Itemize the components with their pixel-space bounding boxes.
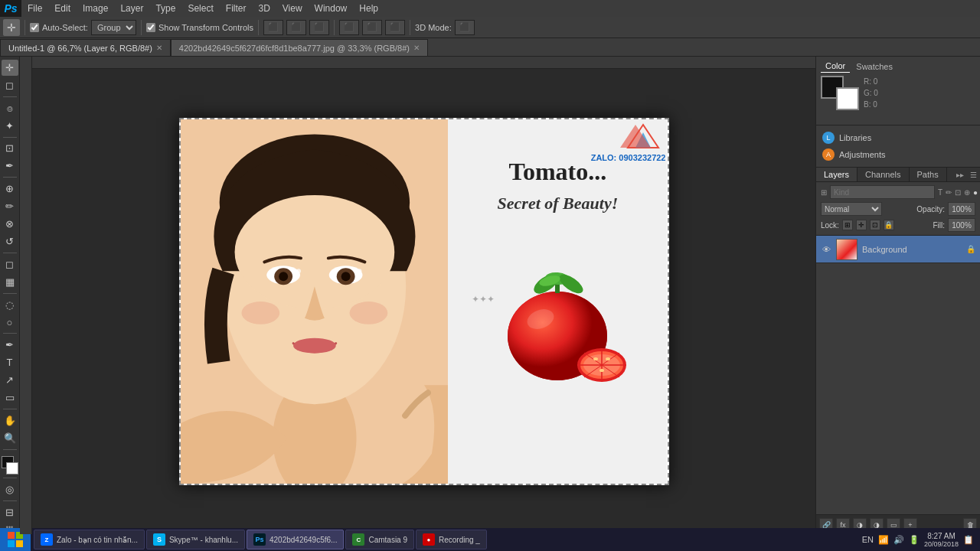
menu-3d[interactable]: 3D bbox=[252, 0, 276, 17]
shape-tool[interactable]: ▭ bbox=[2, 390, 18, 406]
patch-tool[interactable]: ⊕ bbox=[2, 181, 18, 197]
layers-tab[interactable]: Layers bbox=[816, 168, 858, 181]
zoom-tool[interactable]: 🔍 bbox=[2, 430, 18, 446]
menu-edit[interactable]: Edit bbox=[48, 0, 77, 17]
align-hcenter-btn[interactable]: ⬛ bbox=[362, 20, 382, 35]
lasso-tool[interactable]: ⌾ bbox=[2, 100, 18, 116]
menu-select[interactable]: Select bbox=[181, 0, 219, 17]
lock-pixel-icon[interactable]: ⊞ bbox=[842, 220, 853, 230]
move-tool-icon[interactable]: ✛ bbox=[3, 19, 20, 36]
adjustments-item[interactable]: A Adjustments bbox=[822, 148, 974, 161]
menu-layer[interactable]: Layer bbox=[114, 0, 149, 17]
zalo-contact: ZALO: 0903232722 bbox=[591, 153, 666, 162]
skype-taskbar-icon: S bbox=[153, 533, 165, 546]
taskbar-zalo[interactable]: Z Zalo - bạn có tin nhắn... bbox=[34, 530, 145, 549]
move-tool[interactable]: ✛ bbox=[2, 60, 18, 76]
fill-input[interactable] bbox=[948, 218, 975, 232]
align-vcenter-btn[interactable]: ⬛ bbox=[286, 20, 306, 35]
blur-tool[interactable]: ◌ bbox=[2, 297, 18, 313]
3d-mode-btn[interactable]: ⬛ bbox=[455, 20, 475, 35]
auto-select-checkbox[interactable] bbox=[30, 23, 39, 32]
menu-help[interactable]: Help bbox=[353, 0, 384, 17]
tab-4202[interactable]: 4202bd42649c5f627d6fcf8d1be8a777.jpg @ 3… bbox=[171, 39, 428, 56]
path-select-tool[interactable]: ↗ bbox=[2, 372, 18, 388]
time-text: 8:27 AM bbox=[924, 532, 959, 540]
volume-icon[interactable]: 🔊 bbox=[893, 535, 904, 545]
taskbar-skype[interactable]: S Skype™ - khanhlu... bbox=[146, 530, 245, 549]
swatches-tab[interactable]: Swatches bbox=[851, 60, 897, 73]
svg-point-11 bbox=[293, 338, 336, 354]
sep5 bbox=[410, 20, 410, 35]
clock-display[interactable]: 8:27 AM 20/09/2018 bbox=[924, 532, 959, 548]
canvas-wrapper[interactable]: Tomato... Secret of Beauty! bbox=[179, 118, 669, 485]
brush-tool[interactable]: ✏ bbox=[2, 198, 18, 214]
svg-rect-38 bbox=[8, 532, 15, 539]
taskbar-recording[interactable]: ● Recording _ bbox=[416, 530, 487, 549]
color-selector[interactable] bbox=[2, 456, 18, 475]
eyedropper-tool[interactable]: ✒ bbox=[2, 158, 18, 174]
clone-tool[interactable]: ⊗ bbox=[2, 216, 18, 232]
tab-close-2[interactable]: ✕ bbox=[413, 40, 420, 57]
svg-point-32 bbox=[606, 357, 610, 360]
show-transform-label: Show Transform Controls bbox=[158, 23, 253, 32]
blend-mode-dropdown[interactable]: Normal Multiply Screen Overlay bbox=[821, 202, 882, 216]
type-tool[interactable]: T bbox=[2, 354, 18, 370]
tool-sep-5 bbox=[3, 293, 17, 294]
lock-artboard-icon[interactable]: ⊡ bbox=[870, 220, 880, 230]
face-svg bbox=[181, 119, 449, 484]
align-bottom-btn[interactable]: ⬛ bbox=[309, 20, 329, 35]
lock-all-icon[interactable]: 🔒 bbox=[884, 220, 894, 230]
paths-tab[interactable]: Paths bbox=[910, 168, 947, 181]
layer-search-input[interactable] bbox=[830, 185, 935, 199]
auto-select-label: Auto-Select: bbox=[42, 23, 88, 32]
channels-tab[interactable]: Channels bbox=[858, 168, 909, 181]
align-left-btn[interactable]: ⬛ bbox=[339, 20, 359, 35]
color-section: Color Swatches R: 0 G: 0 B: 0 bbox=[816, 57, 980, 126]
screen-mode-tool[interactable]: ⊟ bbox=[2, 504, 18, 520]
gradient-tool[interactable]: ▦ bbox=[2, 274, 18, 290]
menu-image[interactable]: Image bbox=[77, 0, 114, 17]
pen-tool[interactable]: ✒ bbox=[2, 337, 18, 353]
layer-search-icon2[interactable]: ✏ bbox=[946, 188, 952, 197]
face-photo bbox=[181, 119, 449, 484]
canvas-area[interactable]: Tomato... Secret of Beauty! bbox=[20, 57, 815, 534]
menu-type[interactable]: Type bbox=[149, 0, 181, 17]
layer-search-icon3[interactable]: ⊡ bbox=[955, 188, 961, 197]
show-transform-checkbox[interactable] bbox=[146, 23, 155, 32]
fg-bg-colors[interactable] bbox=[821, 76, 859, 110]
taskbar-ps[interactable]: Ps 4202bd42649c5f6... bbox=[247, 530, 344, 549]
menu-window[interactable]: Window bbox=[309, 0, 354, 17]
layer-search-icon4[interactable]: ⊕ bbox=[964, 188, 970, 197]
expand-icon[interactable]: ▸▸ bbox=[953, 171, 967, 179]
align-right-btn[interactable]: ⬛ bbox=[385, 20, 405, 35]
layer-search-type-icon[interactable]: T bbox=[938, 188, 942, 197]
date-text: 20/09/2018 bbox=[924, 540, 959, 548]
dodge-tool[interactable]: ○ bbox=[2, 315, 18, 331]
tab-close-1[interactable]: ✕ bbox=[156, 40, 162, 57]
lang-indicator[interactable]: EN bbox=[862, 535, 874, 544]
eraser-tool[interactable]: ◻ bbox=[2, 256, 18, 272]
history-brush-tool[interactable]: ↺ bbox=[2, 233, 18, 249]
menu-filter[interactable]: Filter bbox=[220, 0, 253, 17]
auto-select-dropdown[interactable]: Group Layer bbox=[91, 20, 136, 35]
layer-background[interactable]: 👁 Background 🔒 bbox=[816, 236, 980, 263]
layer-visibility-icon[interactable]: 👁 bbox=[821, 244, 831, 255]
taskbar-camtasia[interactable]: C Camtasia 9 bbox=[345, 530, 414, 549]
notifications-icon[interactable]: 📋 bbox=[963, 535, 974, 545]
hand-tool[interactable]: ✋ bbox=[2, 412, 18, 429]
menu-view[interactable]: View bbox=[276, 0, 309, 17]
tab-untitled[interactable]: Untitled-1 @ 66,7% (Layer 6, RGB/8#) ✕ bbox=[0, 39, 171, 56]
lock-position-icon[interactable]: ✛ bbox=[856, 220, 867, 230]
quick-mask-tool[interactable]: ◎ bbox=[2, 481, 18, 497]
libraries-item[interactable]: L Libraries bbox=[822, 132, 974, 144]
crop-tool[interactable]: ⊡ bbox=[2, 141, 18, 157]
opacity-input[interactable] bbox=[948, 202, 975, 216]
menu-file[interactable]: File bbox=[21, 0, 48, 17]
layer-filter-toggle[interactable]: ● bbox=[973, 188, 978, 197]
color-tab[interactable]: Color bbox=[821, 60, 850, 73]
wand-tool[interactable]: ✦ bbox=[2, 118, 18, 134]
background-color[interactable] bbox=[836, 87, 859, 110]
panel-options-icon[interactable]: ☰ bbox=[967, 171, 980, 179]
selection-tool[interactable]: ◻ bbox=[2, 77, 18, 93]
align-top-btn[interactable]: ⬛ bbox=[263, 20, 283, 35]
